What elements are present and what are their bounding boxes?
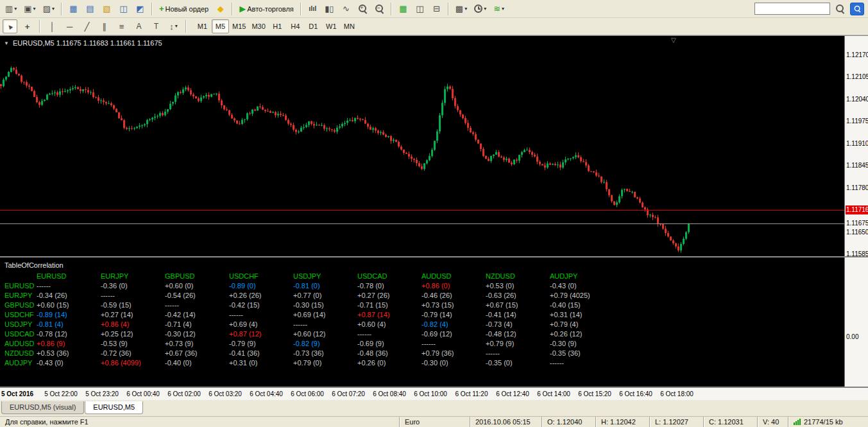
chart-tab[interactable]: EURUSD,M5 [85, 401, 143, 414]
market-watch-button[interactable]: ▦ [66, 2, 81, 16]
chart-tab[interactable]: EURUSD,M5 (visual) [1, 401, 84, 414]
correlation-column-header: AUDJPY [550, 272, 614, 281]
correlation-cell: -0.40 (15) [550, 301, 614, 310]
timeframe-button-mn[interactable]: MN [341, 19, 358, 33]
community-button[interactable] [850, 3, 864, 15]
channel-button[interactable]: ∥ [97, 19, 112, 33]
text-tool-icon: A [136, 22, 141, 30]
correlation-cell: -0.89 (0) [229, 281, 293, 291]
crosshair-button[interactable]: + [20, 19, 35, 33]
correlation-row-label: EURUSD [4, 281, 37, 291]
text-label-button[interactable]: T [149, 19, 164, 33]
candlestick-icon: ▮▯ [325, 4, 334, 13]
chart-candles-button[interactable]: ▮▯ [322, 2, 337, 16]
timeframe-button-m5[interactable]: M5 [212, 19, 229, 33]
timeframe-button-w1[interactable]: W1 [323, 19, 340, 33]
zoom-in-button[interactable]: + [355, 2, 370, 16]
strategy-tester-button[interactable]: ◩ [133, 2, 148, 16]
text-button[interactable]: A [132, 19, 146, 33]
correlation-cell: -0.54 (26) [165, 291, 229, 301]
terminal-icon: ◫ [119, 4, 127, 13]
timeframe-button-d1[interactable]: D1 [305, 19, 322, 33]
time-tick-label: 6 Oct 00:40 [126, 390, 160, 397]
toolbar-separator [232, 3, 233, 15]
chevron-down-icon: ▾ [175, 24, 178, 29]
correlation-row-label: USDCHF [4, 310, 37, 320]
period-separators-button[interactable]: ▾ [472, 2, 489, 16]
tile-vertical-button[interactable]: ⊟ [429, 2, 444, 16]
correlation-cell: -0.78 (0) [357, 281, 421, 291]
templates-icon: ▨ [43, 4, 51, 13]
timeframe-button-m1[interactable]: M1 [194, 19, 211, 33]
correlation-row: USDJPY-0.81 (4)+0.86 (4)-0.71 (4)+0.69 (… [4, 320, 614, 329]
autotrading-button[interactable]: ▶ Авто-торговля [237, 2, 296, 16]
timeframe-button-m15[interactable]: M15 [230, 19, 248, 33]
timeframe-button-h1[interactable]: H1 [269, 19, 286, 33]
zoom-out-button[interactable]: − [372, 2, 387, 16]
correlation-cell: +0.69 (4) [229, 320, 293, 329]
correlation-cell: -0.41 (14) [486, 310, 550, 320]
correlation-column-header: USDCAD [357, 272, 421, 281]
arrows-button[interactable]: ↕ ▾ [166, 19, 181, 33]
correlation-cell: -0.35 (0) [486, 358, 550, 368]
time-tick-label: 6 Oct 10:00 [414, 390, 447, 397]
correlation-cell: ------ [37, 281, 101, 291]
cursor-button[interactable]: ▲ [3, 19, 17, 33]
templates-button[interactable]: ▨ ▾ [40, 2, 57, 16]
correlation-cell: +0.26 (0) [357, 358, 421, 368]
strategy-tester-icon: ◩ [136, 4, 144, 13]
correlation-cell: -0.81 (0) [293, 281, 357, 291]
correlation-cell: -0.42 (14) [165, 310, 229, 320]
new-order-button[interactable]: + Новый ордер [157, 2, 211, 16]
price-axis[interactable]: 1.11716 1.11675 0.00 1.121701.121051.120… [844, 36, 868, 387]
correlation-cell: +0.73 (9) [165, 339, 229, 349]
tile-horizontal-button[interactable]: ◫ [413, 2, 427, 16]
subwindow-separator[interactable] [0, 256, 868, 257]
correlation-column-header: USDJPY [293, 272, 357, 281]
community-icon [853, 5, 860, 12]
correlation-row: NZDUSD+0.53 (36)-0.72 (36)+0.67 (36)-0.4… [4, 349, 614, 358]
data-window-button[interactable]: ▤ [83, 2, 98, 16]
correlation-cell: -0.40 (0) [165, 358, 229, 368]
terminal-button[interactable]: ◫ [116, 2, 131, 16]
navigator-button[interactable]: ▧ [99, 2, 114, 16]
timeframe-button-m30[interactable]: M30 [249, 19, 268, 33]
price-tick-label: 1.11780 [846, 184, 868, 192]
indicators-button[interactable]: ≋ ▾ [491, 2, 507, 16]
time-tick-label: 6 Oct 16:40 [619, 390, 652, 397]
correlation-cell: -0.46 (26) [421, 291, 486, 301]
correlation-cell: ------ [229, 310, 293, 320]
time-tick-label: 6 Oct 06:00 [291, 390, 324, 397]
new-chart-button[interactable]: ▥ ▾ [3, 2, 19, 16]
profiles-button[interactable]: ▣ ▾ [21, 2, 38, 16]
chart-line-button[interactable]: ∿ [339, 2, 353, 16]
connection-bars-icon [794, 419, 801, 425]
vertical-line-icon: │ [49, 22, 55, 31]
timeframe-button-h4[interactable]: H4 [287, 19, 304, 33]
search-button[interactable] [833, 2, 847, 16]
quick-nav-arrow-icon[interactable]: ▼ [4, 40, 9, 46]
time-tick-label: 6 Oct 04:40 [250, 390, 283, 397]
bid-price-label: 1.11675 [846, 220, 868, 227]
metaeditor-button[interactable]: ◆ [213, 2, 228, 16]
correlation-row: GBPUSD+0.60 (15)-0.59 (15)-------0.42 (1… [4, 301, 614, 310]
vertical-line-button[interactable]: │ [45, 19, 60, 33]
chart-shift-marker[interactable]: ▽ [671, 37, 676, 44]
toolbar-separator [391, 3, 392, 15]
objects-button[interactable]: ▩ ▾ [453, 2, 470, 16]
correlation-cell: -0.48 (12) [486, 329, 550, 339]
new-chart-icon: ▥ [5, 4, 13, 13]
search-input[interactable] [754, 3, 830, 15]
time-axis[interactable]: 5 Oct 20165 Oct 22:005 Oct 23:206 Oct 00… [0, 387, 868, 400]
correlation-row-label: GBPUSD [4, 301, 37, 310]
correlation-cell: +0.86 (0) [421, 281, 486, 291]
indicator-bottom-separator[interactable] [0, 387, 868, 387]
correlation-cell: +0.67 (15) [486, 301, 550, 310]
fibonacci-button[interactable]: ≡ [114, 19, 129, 33]
trendline-button[interactable]: ╱ [80, 19, 94, 33]
horizontal-line-button[interactable]: ─ [62, 19, 77, 33]
correlation-cell: ------ [165, 301, 229, 310]
arrange-charts-button[interactable]: ▦ [396, 2, 411, 16]
chart-bars-button[interactable]: ılıl [305, 2, 320, 16]
price-tick-label: 1.11910 [846, 140, 868, 148]
